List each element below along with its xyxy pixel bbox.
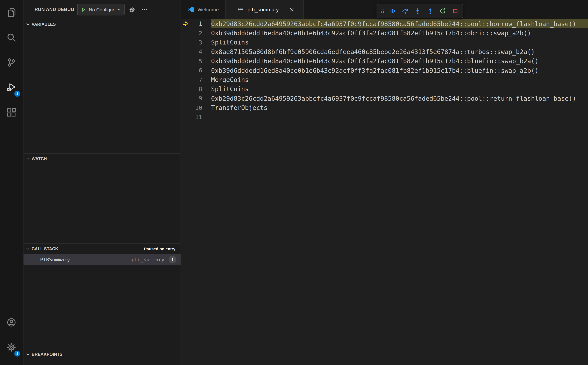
close-tab-button[interactable]	[288, 6, 296, 14]
frame-source: ptb_summary	[131, 257, 164, 262]
code-text: 0xb39d6dddedd16ed8a40ce0b1e6b43c92acf0ff…	[211, 67, 538, 74]
continue-button[interactable]	[386, 5, 399, 17]
code-line[interactable]: 6 0xb39d6dddedd16ed8a40ce0b1e6b43c92acf0…	[181, 66, 588, 75]
current-stack-frame-marker-icon	[181, 30, 190, 36]
files-icon	[7, 8, 16, 17]
line-number: 2	[190, 30, 202, 37]
activity-item-extensions[interactable]	[0, 100, 23, 125]
line-content: SplitCoins	[211, 38, 588, 47]
sidebar-header: RUN AND DEBUG No Configur	[23, 0, 181, 19]
line-content: TransferObjects	[211, 103, 588, 112]
frame-name: PTBSummary	[40, 257, 70, 262]
tab-welcome[interactable]: Welcome	[181, 0, 226, 19]
call-stack-frame-row[interactable]: PTBSummary ptb_summary 1	[23, 254, 181, 265]
activity-item-search[interactable]	[0, 25, 23, 50]
line-number: 1	[190, 20, 202, 27]
line-number: 11	[190, 114, 202, 120]
line-number: 7	[190, 76, 202, 83]
code-line[interactable]: 5 0xb39d6dddedd16ed8a40ce0b1e6b43c92acf0…	[181, 56, 588, 66]
tab-label: Welcome	[198, 7, 219, 13]
sidebar-title: RUN AND DEBUG	[35, 7, 74, 12]
code-line[interactable]: 11	[181, 112, 588, 122]
restart-button[interactable]	[437, 5, 449, 17]
ellipsis-icon	[142, 7, 148, 13]
line-content: 0xb29d83c26cdd2a64959263abbcfc4a6937f0c9…	[211, 94, 588, 103]
current-stack-frame-marker-icon	[181, 49, 190, 55]
start-debug-icon[interactable]	[81, 7, 86, 12]
watch-section: WATCH	[23, 153, 181, 243]
close-icon	[290, 7, 294, 12]
account-icon	[7, 318, 16, 327]
paused-status-label: Paused on entry	[144, 247, 175, 251]
tab-label: ptb_summary	[248, 7, 279, 13]
line-content: 0x8ae871505a80d8bf6bf9c05906cda6edfeea46…	[211, 47, 588, 56]
list-file-icon	[238, 6, 244, 13]
step-into-button[interactable]	[411, 5, 424, 17]
activity-item-run-and-debug[interactable]: 1	[0, 75, 23, 100]
line-content	[211, 112, 588, 122]
current-stack-frame-marker-icon	[181, 95, 190, 102]
extensions-icon	[7, 108, 16, 117]
breakpoints-section-header[interactable]: BREAKPOINTS	[23, 349, 181, 359]
variables-section-header[interactable]: VARIABLES	[23, 19, 181, 29]
chevron-down-icon	[26, 352, 30, 357]
activity-item-source-control[interactable]	[0, 50, 23, 75]
current-stack-frame-marker-icon	[181, 105, 190, 111]
watch-section-title: WATCH	[32, 157, 47, 161]
watch-section-header[interactable]: WATCH	[23, 154, 181, 164]
code-line[interactable]: 9 0xb29d83c26cdd2a64959263abbcfc4a6937f0…	[181, 94, 588, 103]
chevron-down-icon	[26, 157, 30, 161]
activity-item-accounts[interactable]	[0, 310, 23, 335]
code-line[interactable]: 8 SplitCoins	[181, 84, 588, 94]
code-line[interactable]: 3 SplitCoins	[181, 38, 588, 47]
toolbar-drag-handle[interactable]	[378, 5, 386, 17]
settings-badge: 1	[14, 351, 20, 357]
frame-badge: 1	[169, 256, 176, 263]
debug-config-label: No Configur	[89, 7, 114, 12]
editor-code-area[interactable]: 1 0xb29d83c26cdd2a64959263abbcfc4a6937f0…	[181, 19, 588, 365]
current-stack-frame-marker-icon	[181, 77, 190, 83]
variables-section: VARIABLES	[23, 19, 181, 153]
code-text: 0xb39d6dddedd16ed8a40ce0b1e6b43c92acf0ff…	[211, 29, 531, 37]
debug-settings-button[interactable]	[128, 5, 137, 14]
code-line[interactable]: 10 TransferObjects	[181, 103, 588, 112]
chevron-down-icon	[26, 22, 30, 27]
more-actions-button[interactable]	[140, 5, 150, 14]
chevron-down-icon	[26, 247, 30, 251]
line-number: 5	[190, 58, 202, 65]
debug-toolbar	[376, 4, 463, 18]
current-stack-frame-marker-icon	[181, 39, 190, 46]
breakpoints-section: BREAKPOINTS	[23, 349, 181, 365]
call-stack-section-title: CALL STACK	[32, 247, 58, 251]
gear-icon	[129, 7, 135, 13]
stop-button[interactable]	[449, 5, 461, 17]
line-number: 10	[190, 104, 202, 111]
line-content: 0xb39d6dddedd16ed8a40ce0b1e6b43c92acf0ff…	[211, 56, 588, 66]
restart-icon	[439, 8, 446, 14]
activity-bar-bottom: 1	[0, 310, 23, 365]
breakpoints-section-title: BREAKPOINTS	[32, 352, 62, 357]
step-over-button[interactable]	[399, 5, 411, 17]
activity-item-explorer[interactable]	[0, 0, 23, 25]
line-content: 0xb39d6dddedd16ed8a40ce0b1e6b43c92acf0ff…	[211, 28, 588, 38]
line-content: 0xb29d83c26cdd2a64959263abbcfc4a6937f0c9…	[211, 19, 588, 28]
code-line[interactable]: 2 0xb39d6dddedd16ed8a40ce0b1e6b43c92acf0…	[181, 28, 588, 38]
call-stack-section-header[interactable]: CALL STACK Paused on entry	[23, 244, 181, 254]
activity-bar: 1 1	[0, 0, 23, 365]
debug-configuration-dropdown[interactable]: No Configur	[78, 4, 125, 15]
activity-item-settings[interactable]: 1	[0, 335, 23, 360]
gripper-icon	[380, 8, 385, 14]
step-out-button[interactable]	[424, 5, 437, 17]
code-text: 0x8ae871505a80d8bf6bf9c05906cda6edfeea46…	[211, 48, 535, 56]
code-text: 0xb29d83c26cdd2a64959263abbcfc4a6937f0c9…	[211, 20, 576, 27]
tab-ptb-summary[interactable]: ptb_summary	[226, 0, 304, 19]
search-icon	[7, 33, 16, 42]
current-stack-frame-marker-icon	[181, 86, 190, 92]
step-out-icon	[427, 8, 433, 14]
code-line[interactable]: 4 0x8ae871505a80d8bf6bf9c05906cda6edfeea…	[181, 47, 588, 56]
call-stack-section: CALL STACK Paused on entry PTBSummary pt…	[23, 243, 181, 349]
code-line[interactable]: 1 0xb29d83c26cdd2a64959263abbcfc4a6937f0…	[181, 19, 588, 28]
line-number: 6	[190, 67, 202, 74]
code-line[interactable]: 7 MergeCoins	[181, 75, 588, 84]
watch-section-body	[23, 164, 181, 243]
